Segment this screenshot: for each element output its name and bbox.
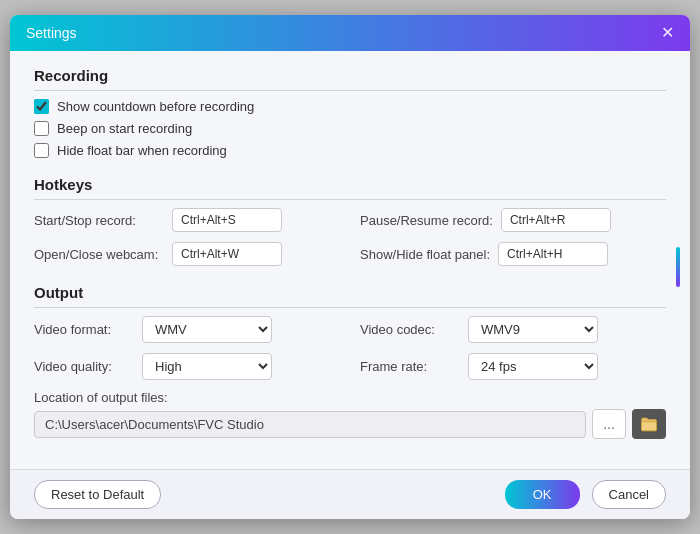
frame-rate-select[interactable]: 24 fps 30 fps 60 fps (468, 353, 598, 380)
video-codec-label: Video codec: (360, 322, 460, 337)
hotkeys-grid: Start/Stop record: Pause/Resume record: … (34, 208, 666, 266)
hotkey-pause-resume-input[interactable] (501, 208, 611, 232)
folder-button[interactable] (632, 409, 666, 439)
hotkey-start-stop: Start/Stop record: (34, 208, 340, 232)
hide-floatbar-label: Hide float bar when recording (57, 143, 227, 158)
video-format-select[interactable]: WMV MP4 AVI MOV (142, 316, 272, 343)
frame-rate-row: Frame rate: 24 fps 30 fps 60 fps (360, 353, 666, 380)
dialog-footer: Reset to Default OK Cancel (10, 469, 690, 519)
location-input[interactable] (34, 411, 586, 438)
dialog-title: Settings (26, 25, 77, 41)
beep-checkbox[interactable] (34, 121, 49, 136)
right-edge-accent (676, 247, 680, 287)
hotkeys-section: Hotkeys Start/Stop record: Pause/Resume … (34, 176, 666, 266)
location-row: ... (34, 409, 666, 439)
video-quality-label: Video quality: (34, 359, 134, 374)
hotkey-float-panel-label: Show/Hide float panel: (360, 247, 490, 262)
hotkey-webcam: Open/Close webcam: (34, 242, 340, 266)
footer-right-buttons: OK Cancel (505, 480, 666, 509)
recording-section-title: Recording (34, 67, 666, 91)
video-codec-select[interactable]: WMV9 H.264 H.265 (468, 316, 598, 343)
folder-icon (640, 415, 658, 433)
frame-rate-label: Frame rate: (360, 359, 460, 374)
hotkey-float-panel: Show/Hide float panel: (360, 242, 666, 266)
video-quality-select[interactable]: High Medium Low (142, 353, 272, 380)
output-grid: Video format: WMV MP4 AVI MOV Video code… (34, 316, 666, 380)
hotkey-start-stop-input[interactable] (172, 208, 282, 232)
video-quality-row: Video quality: High Medium Low (34, 353, 340, 380)
video-format-row: Video format: WMV MP4 AVI MOV (34, 316, 340, 343)
hotkey-start-stop-label: Start/Stop record: (34, 213, 164, 228)
video-codec-row: Video codec: WMV9 H.264 H.265 (360, 316, 666, 343)
title-bar: Settings ✕ (10, 15, 690, 51)
hotkeys-section-title: Hotkeys (34, 176, 666, 200)
hide-floatbar-checkbox[interactable] (34, 143, 49, 158)
hotkey-webcam-input[interactable] (172, 242, 282, 266)
output-section: Output Video format: WMV MP4 AVI MOV Vid… (34, 284, 666, 439)
recording-section: Recording Show countdown before recordin… (34, 67, 666, 158)
hotkey-float-panel-input[interactable] (498, 242, 608, 266)
countdown-checkbox[interactable] (34, 99, 49, 114)
countdown-option: Show countdown before recording (34, 99, 666, 114)
hotkey-pause-resume-label: Pause/Resume record: (360, 213, 493, 228)
beep-option: Beep on start recording (34, 121, 666, 136)
output-section-title: Output (34, 284, 666, 308)
reset-button[interactable]: Reset to Default (34, 480, 161, 509)
video-format-label: Video format: (34, 322, 134, 337)
location-label: Location of output files: (34, 390, 666, 405)
ok-button[interactable]: OK (505, 480, 580, 509)
hide-floatbar-option: Hide float bar when recording (34, 143, 666, 158)
hotkey-webcam-label: Open/Close webcam: (34, 247, 164, 262)
svg-rect-0 (642, 422, 657, 431)
beep-label: Beep on start recording (57, 121, 192, 136)
browse-button[interactable]: ... (592, 409, 626, 439)
countdown-label: Show countdown before recording (57, 99, 254, 114)
cancel-button[interactable]: Cancel (592, 480, 666, 509)
hotkey-pause-resume: Pause/Resume record: (360, 208, 666, 232)
close-button[interactable]: ✕ (661, 25, 674, 41)
